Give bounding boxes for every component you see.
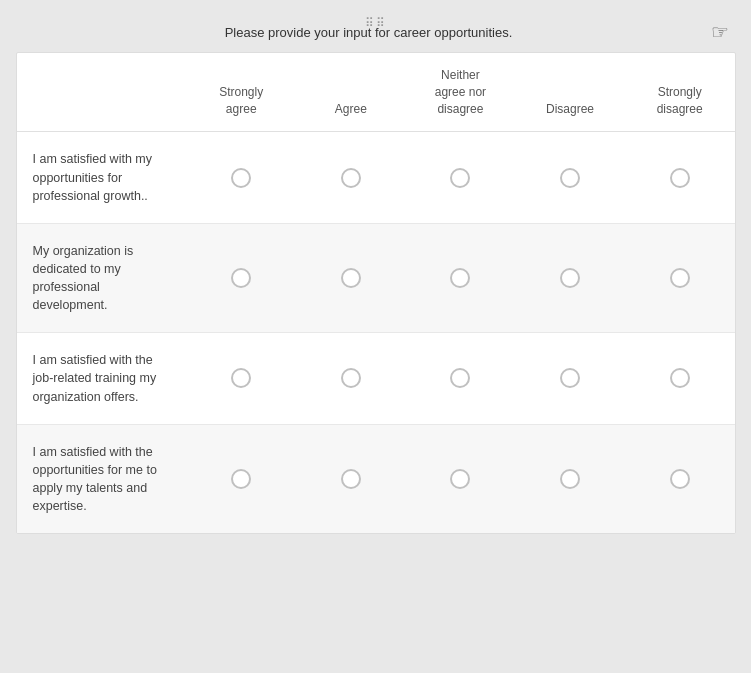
radio-cell-row4-neither[interactable] — [406, 424, 516, 533]
survey-container: ⠿⠿ Please provide your input for career … — [16, 10, 736, 544]
col-header-strongly-agree: Stronglyagree — [186, 53, 296, 132]
radio-button-row3-disagree[interactable] — [560, 368, 580, 388]
empty-header — [17, 53, 187, 132]
likert-table-wrapper: Stronglyagree Agree Neitheragree nordisa… — [16, 52, 736, 534]
question-header: ⠿⠿ Please provide your input for career … — [16, 20, 736, 44]
radio-button-row4-strongly-agree[interactable] — [231, 469, 251, 489]
radio-button-row3-strongly-agree[interactable] — [231, 368, 251, 388]
radio-button-row1-neither[interactable] — [450, 168, 470, 188]
radio-cell-row1-agree[interactable] — [296, 132, 406, 223]
pointer-icon: ☞ — [711, 20, 729, 44]
radio-cell-row3-disagree[interactable] — [515, 333, 625, 424]
radio-cell-row4-disagree[interactable] — [515, 424, 625, 533]
radio-cell-row2-strongly-agree[interactable] — [186, 223, 296, 333]
radio-button-row4-strongly-disagree[interactable] — [670, 469, 690, 489]
col-header-neither: Neitheragree nordisagree — [406, 53, 516, 132]
radio-cell-row4-agree[interactable] — [296, 424, 406, 533]
table-row: I am satisfied with my opportunities for… — [17, 132, 735, 223]
row-label-3: I am satisfied with the job-related trai… — [17, 333, 187, 424]
radio-cell-row4-strongly-agree[interactable] — [186, 424, 296, 533]
radio-cell-row2-disagree[interactable] — [515, 223, 625, 333]
radio-button-row2-agree[interactable] — [341, 268, 361, 288]
table-row: My organization is dedicated to my profe… — [17, 223, 735, 333]
radio-cell-row1-disagree[interactable] — [515, 132, 625, 223]
radio-button-row3-neither[interactable] — [450, 368, 470, 388]
radio-button-row2-disagree[interactable] — [560, 268, 580, 288]
table-row: I am satisfied with the job-related trai… — [17, 333, 735, 424]
radio-button-row1-disagree[interactable] — [560, 168, 580, 188]
radio-cell-row2-strongly-disagree[interactable] — [625, 223, 735, 333]
radio-button-row2-strongly-agree[interactable] — [231, 268, 251, 288]
radio-cell-row2-neither[interactable] — [406, 223, 516, 333]
radio-button-row1-agree[interactable] — [341, 168, 361, 188]
radio-button-row2-neither[interactable] — [450, 268, 470, 288]
row-label-2: My organization is dedicated to my profe… — [17, 223, 187, 333]
radio-cell-row3-neither[interactable] — [406, 333, 516, 424]
col-header-strongly-disagree: Stronglydisagree — [625, 53, 735, 132]
col-header-agree: Agree — [296, 53, 406, 132]
table-row: I am satisfied with the opportunities fo… — [17, 424, 735, 533]
row-label-1: I am satisfied with my opportunities for… — [17, 132, 187, 223]
col-header-disagree: Disagree — [515, 53, 625, 132]
column-header-row: Stronglyagree Agree Neitheragree nordisa… — [17, 53, 735, 132]
radio-cell-row1-strongly-agree[interactable] — [186, 132, 296, 223]
radio-cell-row1-strongly-disagree[interactable] — [625, 132, 735, 223]
radio-button-row3-agree[interactable] — [341, 368, 361, 388]
radio-cell-row4-strongly-disagree[interactable] — [625, 424, 735, 533]
radio-cell-row1-neither[interactable] — [406, 132, 516, 223]
radio-cell-row3-strongly-disagree[interactable] — [625, 333, 735, 424]
likert-table: Stronglyagree Agree Neitheragree nordisa… — [17, 53, 735, 533]
radio-button-row3-strongly-disagree[interactable] — [670, 368, 690, 388]
radio-button-row4-agree[interactable] — [341, 469, 361, 489]
row-label-4: I am satisfied with the opportunities fo… — [17, 424, 187, 533]
radio-button-row4-neither[interactable] — [450, 469, 470, 489]
radio-cell-row3-agree[interactable] — [296, 333, 406, 424]
radio-button-row1-strongly-agree[interactable] — [231, 168, 251, 188]
radio-button-row4-disagree[interactable] — [560, 469, 580, 489]
radio-button-row1-strongly-disagree[interactable] — [670, 168, 690, 188]
drag-handle-icon: ⠿⠿ — [365, 16, 386, 30]
radio-cell-row2-agree[interactable] — [296, 223, 406, 333]
radio-cell-row3-strongly-agree[interactable] — [186, 333, 296, 424]
radio-button-row2-strongly-disagree[interactable] — [670, 268, 690, 288]
